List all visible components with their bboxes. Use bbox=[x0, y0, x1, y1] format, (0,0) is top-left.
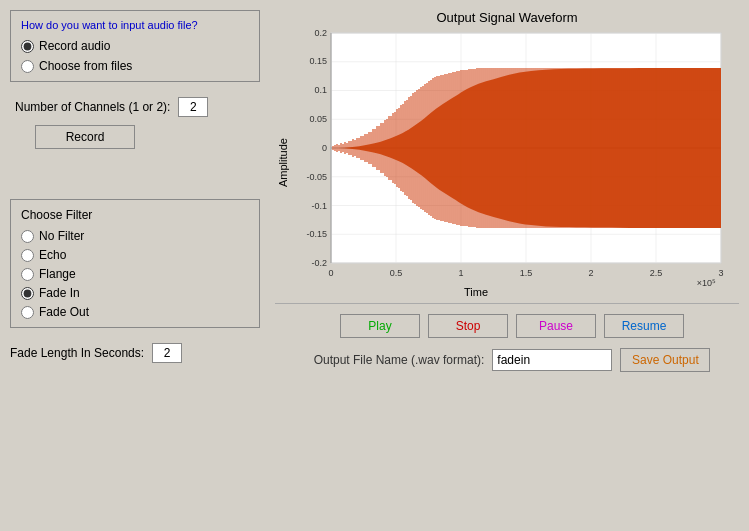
echo-radio[interactable] bbox=[21, 249, 34, 262]
choose-files-radio[interactable] bbox=[21, 60, 34, 73]
svg-text:0: 0 bbox=[322, 143, 327, 153]
fade-in-label: Fade In bbox=[39, 286, 80, 300]
record-audio-label: Record audio bbox=[39, 39, 110, 53]
filter-box: Choose Filter No Filter Echo Flange Fade… bbox=[10, 199, 260, 328]
svg-text:2.5: 2.5 bbox=[650, 268, 663, 278]
echo-option[interactable]: Echo bbox=[21, 248, 249, 262]
x-axis-label: Time bbox=[464, 286, 488, 298]
svg-text:×10⁵: ×10⁵ bbox=[697, 278, 716, 288]
channels-row: Number of Channels (1 or 2): bbox=[15, 97, 260, 117]
flange-label: Flange bbox=[39, 267, 76, 281]
fade-out-label: Fade Out bbox=[39, 305, 89, 319]
fade-length-input[interactable] bbox=[152, 343, 182, 363]
fade-in-radio[interactable] bbox=[21, 287, 34, 300]
svg-text:0.15: 0.15 bbox=[309, 56, 327, 66]
svg-text:-0.1: -0.1 bbox=[311, 201, 327, 211]
fade-in-option[interactable]: Fade In bbox=[21, 286, 249, 300]
record-button[interactable]: Record bbox=[35, 125, 135, 149]
stop-button[interactable]: Stop bbox=[428, 314, 508, 338]
y-axis-label: Amplitude bbox=[275, 28, 291, 298]
svg-text:3: 3 bbox=[718, 268, 723, 278]
filter-box-title: Choose Filter bbox=[21, 208, 249, 222]
playback-buttons: Play Stop Pause Resume bbox=[285, 314, 739, 338]
waveform-svg: 0.2 0.15 0.1 0.05 0 -0.05 -0.1 -0.15 -0.… bbox=[293, 28, 739, 288]
input-selection-box: How do you want to input audio file? Rec… bbox=[10, 10, 260, 82]
resume-button[interactable]: Resume bbox=[604, 314, 684, 338]
play-button[interactable]: Play bbox=[340, 314, 420, 338]
choose-files-option[interactable]: Choose from files bbox=[21, 59, 249, 73]
waveform-chart: 0.2 0.15 0.1 0.05 0 -0.05 -0.1 -0.15 -0.… bbox=[293, 28, 739, 298]
svg-text:1: 1 bbox=[458, 268, 463, 278]
svg-text:0.5: 0.5 bbox=[390, 268, 403, 278]
choose-files-label: Choose from files bbox=[39, 59, 132, 73]
fade-length-label: Fade Length In Seconds: bbox=[10, 346, 144, 360]
output-file-label: Output File Name (.wav format): bbox=[314, 353, 485, 367]
echo-label: Echo bbox=[39, 248, 66, 262]
svg-text:0.1: 0.1 bbox=[314, 85, 327, 95]
save-output-button[interactable]: Save Output bbox=[620, 348, 710, 372]
flange-option[interactable]: Flange bbox=[21, 267, 249, 281]
fade-length-row: Fade Length In Seconds: bbox=[10, 343, 260, 363]
no-filter-label: No Filter bbox=[39, 229, 84, 243]
svg-text:-0.05: -0.05 bbox=[306, 172, 327, 182]
output-filename-input[interactable] bbox=[492, 349, 612, 371]
no-filter-radio[interactable] bbox=[21, 230, 34, 243]
channels-input[interactable] bbox=[178, 97, 208, 117]
bottom-controls: Play Stop Pause Resume Output File Name … bbox=[275, 314, 739, 372]
right-panel: Output Signal Waveform Amplitude bbox=[270, 0, 749, 531]
record-audio-option[interactable]: Record audio bbox=[21, 39, 249, 53]
input-box-title: How do you want to input audio file? bbox=[21, 19, 249, 31]
chart-area: Amplitude bbox=[275, 28, 739, 298]
left-panel: How do you want to input audio file? Rec… bbox=[0, 0, 270, 531]
svg-text:2: 2 bbox=[588, 268, 593, 278]
fade-out-option[interactable]: Fade Out bbox=[21, 305, 249, 319]
chart-title: Output Signal Waveform bbox=[275, 10, 739, 25]
svg-text:0.2: 0.2 bbox=[314, 28, 327, 38]
svg-text:-0.2: -0.2 bbox=[311, 258, 327, 268]
no-filter-option[interactable]: No Filter bbox=[21, 229, 249, 243]
flange-radio[interactable] bbox=[21, 268, 34, 281]
output-row: Output File Name (.wav format): Save Out… bbox=[285, 348, 739, 372]
record-audio-radio[interactable] bbox=[21, 40, 34, 53]
pause-button[interactable]: Pause bbox=[516, 314, 596, 338]
svg-text:0.05: 0.05 bbox=[309, 114, 327, 124]
fade-out-radio[interactable] bbox=[21, 306, 34, 319]
svg-text:0: 0 bbox=[328, 268, 333, 278]
svg-text:1.5: 1.5 bbox=[520, 268, 533, 278]
channels-label: Number of Channels (1 or 2): bbox=[15, 100, 170, 114]
svg-text:-0.15: -0.15 bbox=[306, 229, 327, 239]
